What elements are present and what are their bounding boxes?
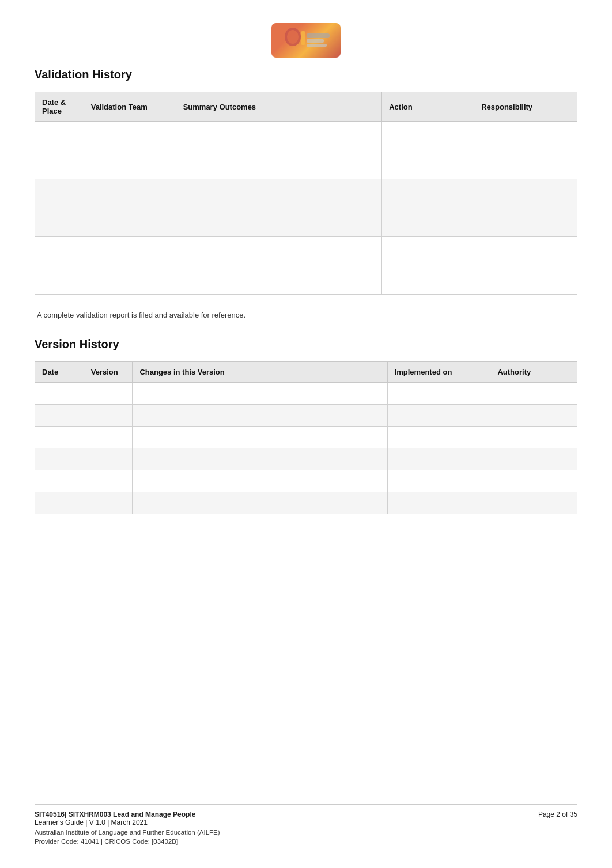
- ver-auth-5: [490, 470, 577, 492]
- val-summary-2: [176, 179, 382, 237]
- footer-title: SIT40516| SITXHRM003 Lead and Manage Peo…: [35, 810, 195, 818]
- val-resp-1: [474, 122, 577, 179]
- footer: SIT40516| SITXHRM003 Lead and Manage Peo…: [35, 804, 577, 845]
- val-action-2: [382, 179, 474, 237]
- table-row: [35, 427, 577, 448]
- th-action: Action: [382, 92, 474, 122]
- ver-changes-1: [133, 383, 387, 405]
- val-team-1: [84, 122, 176, 179]
- ver-auth-6: [490, 492, 577, 514]
- table-row: [35, 383, 577, 405]
- ver-auth-4: [490, 448, 577, 470]
- table-row: [35, 448, 577, 470]
- logo-area: [35, 23, 577, 58]
- val-date-3: [35, 237, 84, 295]
- svg-rect-3: [307, 33, 330, 38]
- ver-auth-1: [490, 383, 577, 405]
- ver-impl-2: [387, 405, 490, 427]
- svg-rect-2: [301, 31, 305, 45]
- ver-auth-2: [490, 405, 577, 427]
- th-summary-outcomes: Summary Outcomes: [176, 92, 382, 122]
- ver-version-3: [84, 427, 133, 448]
- ver-changes-3: [133, 427, 387, 448]
- val-summary-1: [176, 122, 382, 179]
- ver-impl-6: [387, 492, 490, 514]
- ver-impl-1: [387, 383, 490, 405]
- footer-sub3: Provider Code: 41041 | CRICOS Code: [034…: [35, 838, 577, 845]
- table-row: [35, 492, 577, 514]
- val-team-2: [84, 179, 176, 237]
- validation-table: Date & Place Validation Team Summary Out…: [35, 92, 577, 295]
- th-ver-changes: Changes in this Version: [133, 362, 387, 383]
- ver-changes-2: [133, 405, 387, 427]
- ver-auth-3: [490, 427, 577, 448]
- ver-changes-4: [133, 448, 387, 470]
- ver-version-2: [84, 405, 133, 427]
- footer-left: SIT40516| SITXHRM003 Lead and Manage Peo…: [35, 810, 577, 845]
- table-row: [35, 179, 577, 237]
- validation-history-title: Validation History: [35, 68, 577, 81]
- val-resp-2: [474, 179, 577, 237]
- ver-version-1: [84, 383, 133, 405]
- th-ver-authority: Authority: [490, 362, 577, 383]
- val-action-1: [382, 122, 474, 179]
- val-summary-3: [176, 237, 382, 295]
- footer-page: Page 2 of 35: [538, 810, 577, 818]
- table-row: [35, 405, 577, 427]
- th-ver-version: Version: [84, 362, 133, 383]
- ver-date-4: [35, 448, 84, 470]
- logo: [271, 23, 341, 58]
- validation-note: A complete validation report is filed an…: [35, 311, 577, 319]
- ver-impl-5: [387, 470, 490, 492]
- table-row: [35, 122, 577, 179]
- ver-impl-3: [387, 427, 490, 448]
- svg-rect-4: [307, 39, 324, 43]
- val-resp-3: [474, 237, 577, 295]
- version-table: Date Version Changes in this Version Imp…: [35, 361, 577, 514]
- footer-subtitle: Learner's Guide | V 1.0 | March 2021: [35, 818, 148, 827]
- val-team-3: [84, 237, 176, 295]
- val-date-2: [35, 179, 84, 237]
- ver-date-2: [35, 405, 84, 427]
- th-ver-date: Date: [35, 362, 84, 383]
- svg-rect-5: [307, 44, 327, 47]
- version-history-title: Version History: [35, 338, 577, 351]
- table-row: [35, 237, 577, 295]
- val-date-1: [35, 122, 84, 179]
- ver-date-3: [35, 427, 84, 448]
- ver-date-6: [35, 492, 84, 514]
- ver-date-5: [35, 470, 84, 492]
- th-ver-implemented: Implemented on: [387, 362, 490, 383]
- logo-svg: [274, 25, 338, 55]
- th-responsibility: Responsibility: [474, 92, 577, 122]
- ver-version-4: [84, 448, 133, 470]
- ver-impl-4: [387, 448, 490, 470]
- ver-version-6: [84, 492, 133, 514]
- ver-version-5: [84, 470, 133, 492]
- ver-changes-6: [133, 492, 387, 514]
- table-row: [35, 470, 577, 492]
- svg-point-1: [287, 30, 299, 44]
- val-action-3: [382, 237, 474, 295]
- footer-sub2: Australian Institute of Language and Fur…: [35, 829, 577, 836]
- ver-date-1: [35, 383, 84, 405]
- th-date-place: Date & Place: [35, 92, 84, 122]
- th-validation-team: Validation Team: [84, 92, 176, 122]
- ver-changes-5: [133, 470, 387, 492]
- page: Validation History Date & Place Validati…: [0, 0, 612, 868]
